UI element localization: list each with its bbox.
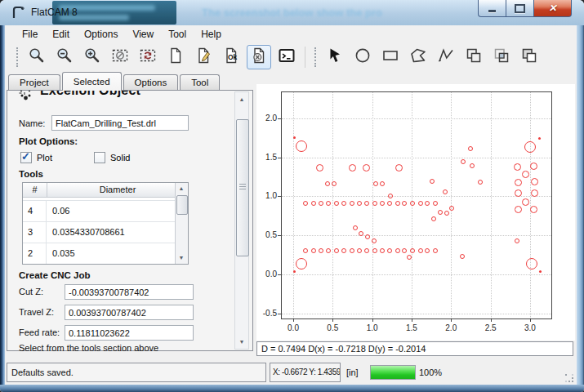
drill-marker bbox=[410, 248, 415, 253]
shell-button[interactable] bbox=[274, 45, 299, 69]
menu-view[interactable]: View bbox=[125, 27, 161, 42]
drill-marker bbox=[395, 201, 400, 206]
gridline bbox=[491, 92, 492, 318]
scroll-up-icon[interactable]: ▲ bbox=[176, 183, 187, 194]
x-axis-label: 0.5 bbox=[319, 323, 346, 332]
plot-options-label: Plot Options: bbox=[19, 136, 78, 146]
drill-marker bbox=[293, 136, 296, 139]
maximize-button[interactable] bbox=[506, 0, 533, 17]
union-button[interactable] bbox=[461, 45, 486, 69]
tool-diameter-cell: 0.0354330708661 bbox=[47, 222, 176, 243]
toolbar-grip[interactable] bbox=[16, 47, 18, 67]
new-file-button[interactable] bbox=[163, 45, 188, 69]
drill-marker bbox=[365, 234, 370, 239]
drill-marker bbox=[522, 171, 529, 178]
object-name-input[interactable] bbox=[51, 115, 189, 131]
solid-checkbox[interactable] bbox=[94, 152, 105, 163]
scroll-up-icon[interactable]: ▲ bbox=[235, 93, 248, 105]
title-bar[interactable]: The screenshot below show the pro FlatCA… bbox=[0, 0, 584, 26]
subtract-icon bbox=[520, 47, 538, 68]
plot-checkbox[interactable] bbox=[20, 152, 32, 163]
axis-tick bbox=[293, 318, 294, 322]
ok-file-button[interactable]: Ok bbox=[219, 45, 243, 69]
tools-footer-note: Select from the tools section above bbox=[19, 343, 158, 353]
drill-marker bbox=[349, 164, 356, 172]
tool-diameter-cell: 0.06 bbox=[47, 201, 176, 221]
zoom-in-icon bbox=[83, 47, 101, 68]
y-axis-label: 0.5 bbox=[252, 230, 277, 239]
panel-scrollbar[interactable]: ▲ ▼ bbox=[234, 91, 249, 350]
edit-file-button[interactable] bbox=[191, 45, 216, 69]
panel-scrollbar-thumb[interactable] bbox=[236, 119, 249, 256]
close-button[interactable]: ✕ bbox=[533, 0, 572, 17]
pointer-icon bbox=[326, 47, 344, 68]
axis-tick bbox=[278, 196, 281, 197]
draw-polyline-icon bbox=[437, 47, 455, 68]
drill-marker bbox=[443, 189, 448, 194]
draw-polyline-button[interactable] bbox=[434, 45, 458, 69]
drill-marker bbox=[410, 201, 415, 206]
drill-marker bbox=[359, 231, 363, 236]
zoom-fit-button[interactable] bbox=[25, 45, 49, 69]
tools-table[interactable]: # Diameter 40.0630.035433070866120.035 ▲… bbox=[22, 182, 189, 265]
plot-axes[interactable]: 0.00.51.01.52.02.53.0-0.50.00.51.01.52.0 bbox=[281, 91, 552, 319]
x-axis-label: 2.5 bbox=[477, 323, 505, 332]
axis-tick bbox=[278, 158, 281, 158]
toolbar-grip[interactable] bbox=[314, 47, 316, 67]
replot-button[interactable] bbox=[136, 45, 160, 69]
status-message: Defaults saved. bbox=[7, 363, 266, 382]
zoom-in-button[interactable] bbox=[80, 45, 105, 69]
drill-marker bbox=[334, 248, 339, 253]
table-scrollbar-thumb[interactable] bbox=[176, 195, 188, 215]
pointer-button[interactable] bbox=[323, 45, 347, 69]
intersection-button[interactable] bbox=[489, 45, 514, 69]
axis-tick bbox=[278, 118, 281, 119]
clear-plot-button[interactable] bbox=[108, 45, 132, 69]
drill-marker bbox=[303, 201, 308, 206]
table-row[interactable]: 20.035 bbox=[23, 243, 176, 264]
travel-z-label: Travel Z: bbox=[19, 307, 54, 317]
draw-circle-button[interactable] bbox=[350, 45, 375, 69]
close-icon: ✕ bbox=[548, 1, 556, 16]
feed-rate-input[interactable] bbox=[65, 325, 194, 341]
resize-grip-icon[interactable] bbox=[565, 374, 575, 384]
drill-marker bbox=[387, 248, 392, 253]
menu-options[interactable]: Options bbox=[77, 27, 125, 42]
minimize-button[interactable] bbox=[478, 0, 506, 17]
flatcam-logo-icon bbox=[11, 5, 25, 20]
axis-tick bbox=[530, 318, 531, 322]
drill-marker bbox=[461, 159, 466, 164]
gridline bbox=[293, 92, 294, 318]
cnc-heading: Create CNC Job bbox=[19, 270, 91, 280]
table-row[interactable]: 40.06 bbox=[23, 201, 176, 222]
plot-checkbox-label: Plot bbox=[37, 153, 52, 163]
drill-marker bbox=[334, 201, 339, 206]
tab-project[interactable]: Project bbox=[8, 74, 60, 90]
draw-rectangle-button[interactable] bbox=[378, 45, 403, 69]
tab-options[interactable]: Options bbox=[123, 74, 179, 90]
plot-checkbox-row: Plot bbox=[20, 152, 52, 163]
maximize-icon bbox=[515, 4, 525, 13]
table-row[interactable]: 30.0354330708661 bbox=[23, 222, 176, 243]
subtract-button[interactable] bbox=[517, 45, 542, 69]
drill-marker bbox=[372, 201, 377, 206]
plot-canvas[interactable]: 0.00.51.01.52.02.53.0-0.50.00.51.01.52.0 bbox=[256, 84, 575, 341]
tab-tool[interactable]: Tool bbox=[180, 74, 220, 90]
draw-polygon-button[interactable] bbox=[406, 45, 430, 69]
scroll-down-icon[interactable]: ▼ bbox=[176, 252, 187, 264]
travel-z-input[interactable] bbox=[65, 305, 194, 320]
menu-edit[interactable]: Edit bbox=[45, 27, 77, 42]
drill-marker bbox=[293, 270, 296, 273]
menu-tool[interactable]: Tool bbox=[161, 27, 194, 42]
zoom-out-button[interactable] bbox=[52, 45, 77, 69]
table-scrollbar[interactable]: ▲ ▼ bbox=[175, 183, 188, 264]
gridline bbox=[282, 314, 551, 314]
delete-file-button[interactable] bbox=[247, 45, 271, 69]
gridline bbox=[282, 274, 551, 275]
tab-selected[interactable]: Selected bbox=[62, 72, 122, 91]
cut-z-input[interactable] bbox=[65, 284, 194, 300]
gridline bbox=[282, 158, 551, 158]
menu-help[interactable]: Help bbox=[194, 27, 229, 42]
menu-file[interactable]: File bbox=[15, 27, 45, 42]
scroll-down-icon[interactable]: ▼ bbox=[235, 336, 248, 348]
